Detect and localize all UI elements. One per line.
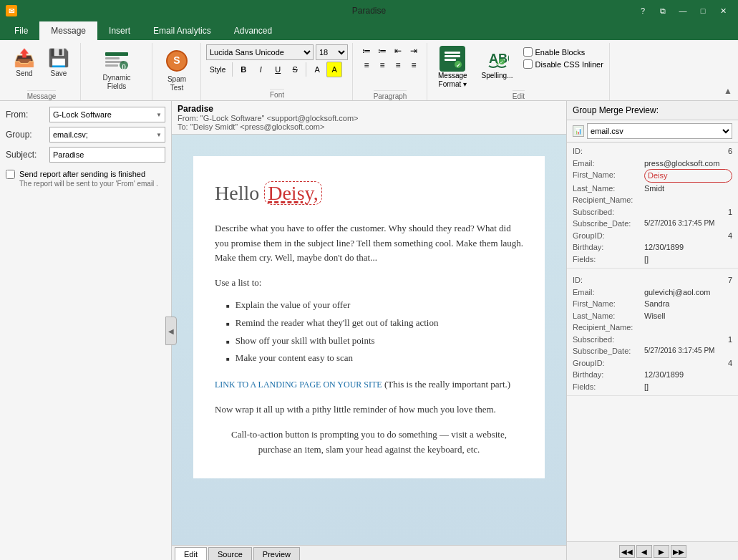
nav-first-button[interactable]: ◀◀ (619, 545, 635, 558)
nav-last-button[interactable]: ▶▶ (671, 545, 686, 558)
tab-insert[interactable]: Insert (97, 21, 142, 40)
svg-rect-3 (105, 64, 118, 67)
app-title: Paradise (352, 6, 386, 16)
font-size-select[interactable]: 18 (316, 44, 348, 60)
help-button[interactable]: ? (633, 4, 652, 18)
minimize-button[interactable]: — (674, 4, 692, 18)
indent-decrease-button[interactable]: ⇤ (391, 44, 405, 57)
highlight-button[interactable]: A (326, 62, 342, 77)
ribbon-collapse-button[interactable]: ▲ (721, 85, 735, 97)
ribbon-group-message: 📤 Send 💾 Save Message (3, 43, 81, 100)
field-key-recipname-1: Recipient_Name: (573, 194, 644, 206)
collapse-panel-button[interactable]: ◀ (165, 317, 177, 345)
send-button[interactable]: 📤 Send (9, 44, 40, 81)
maximize-button[interactable]: □ (694, 4, 712, 18)
field-key-groupid-2: GroupID: (573, 357, 644, 370)
send-report-sub: The report will be sent to your 'From' e… (19, 180, 158, 188)
field-key-email-2: Email: (573, 286, 644, 299)
right-panel-header: Group Merge Preview: (567, 101, 738, 120)
spam-test-button[interactable]: S Spam Test (159, 44, 195, 96)
list-unordered-button[interactable]: ≔ (359, 44, 374, 57)
send-label: Send (16, 69, 32, 77)
csv-select[interactable]: email.csv (587, 123, 732, 139)
svg-text:✓: ✓ (456, 62, 461, 69)
app-icon: ✉ (6, 5, 17, 16)
title-bar-controls: ? ⧉ — □ ✕ (633, 4, 732, 18)
field-val-groupid-2: 4 (644, 357, 732, 370)
enable-blocks-check-row[interactable]: Enable Blocks (523, 47, 603, 57)
align-center-button[interactable]: ≡ (375, 59, 389, 72)
close-button[interactable]: ✕ (714, 4, 732, 18)
save-icon: 💾 (48, 48, 69, 68)
email-bullet-list: Explain the value of your offer Remind t… (215, 296, 523, 367)
tab-edit[interactable]: Edit (175, 547, 207, 560)
field-key-birthday-1: Birthday: (573, 241, 644, 254)
style-button[interactable]: Style (206, 62, 229, 77)
svg-text:S: S (173, 54, 180, 66)
spelling-button[interactable]: ABC ✓ Spelling... (477, 44, 518, 81)
tab-advanced[interactable]: Advanced (223, 21, 283, 40)
csv-selector: 📊 email.csv (567, 120, 738, 143)
list-ordered-button[interactable]: ≔ (375, 44, 389, 57)
email-greeting: Hello Deisy, (215, 178, 523, 210)
save-button[interactable]: 💾 Save (43, 44, 74, 81)
indent-increase-button[interactable]: ⇥ (407, 44, 421, 57)
title-bar-center: Paradise (0, 0, 738, 21)
field-lastname-2: Last_Name: Wisell (573, 310, 732, 322)
email-wrap: Now wrap it all up with a pithy little r… (215, 402, 523, 417)
italic-button[interactable]: I (253, 62, 268, 77)
font-color-button[interactable]: A (309, 62, 325, 77)
send-report-text: Send report after sending is finished Th… (19, 170, 158, 188)
field-key-firstname-1: First_Name: (573, 169, 644, 183)
editor-inner[interactable]: Hello Deisy, Describe what you have to o… (172, 135, 566, 545)
dynamic-fields-label: Dynamic Fields (95, 74, 138, 91)
send-report-checkbox[interactable] (6, 170, 15, 179)
nav-next-button[interactable]: ▶ (654, 545, 669, 558)
disable-css-inliner-check-row[interactable]: Disable CSS Inliner (523, 59, 603, 69)
subject-input[interactable] (49, 147, 165, 163)
sep2 (306, 62, 306, 77)
spelling-label: Spelling... (482, 72, 513, 79)
field-groupid-2: GroupID: 4 (573, 357, 732, 370)
field-key-groupid-1: GroupID: (573, 230, 644, 242)
from-dropdown[interactable]: G-Lock Software (49, 107, 165, 122)
align-left-button[interactable]: ≡ (359, 59, 374, 72)
email-link-text[interactable]: LINK TO A LANDING PAGE ON YOUR SITE (215, 380, 382, 390)
bold-button[interactable]: B (236, 62, 251, 77)
email-paragraph1: Describe what you have to offer the cust… (215, 221, 523, 266)
left-panel: From: G-Lock Software Group: email.csv; … (0, 101, 172, 560)
send-report-label: Send report after sending is finished (19, 170, 158, 178)
field-birthday-2: Birthday: 12/30/1899 (573, 369, 732, 381)
tab-preview[interactable]: Preview (253, 547, 300, 560)
strikethrough-button[interactable]: S (287, 62, 303, 77)
message-format-button[interactable]: ✓ MessageFormat ▾ (434, 44, 472, 90)
tab-email-analytics[interactable]: Email Analytics (142, 21, 223, 40)
field-key-recipname-2: Recipient_Name: (573, 322, 644, 334)
email-link-note: (This is the really important part.) (382, 379, 510, 390)
enable-blocks-checkbox[interactable] (523, 47, 533, 57)
from-value: G-Lock Software (53, 110, 112, 119)
tab-message[interactable]: Message (39, 21, 97, 40)
restore-button[interactable]: ⧉ (654, 4, 672, 18)
message-group-label: Message (27, 90, 57, 100)
merge-record-1: ID: 6 Email: press@glocksoft.com First_N… (567, 143, 738, 269)
bullet-item-1: Explain the value of your offer (226, 296, 523, 314)
ribbon-group-edit: ✓ MessageFormat ▾ ABC ✓ (428, 43, 610, 100)
align-right-button[interactable]: ≡ (391, 59, 405, 72)
disable-css-inliner-checkbox[interactable] (523, 59, 533, 69)
field-val-id-2: 7 (644, 274, 732, 286)
align-justify-button[interactable]: ≡ (407, 59, 421, 72)
font-family-select[interactable]: Lucida Sans Unicode (206, 44, 314, 60)
tab-source[interactable]: Source (208, 547, 252, 560)
field-val-firstname-2: Sandra (644, 298, 732, 310)
font-group-label: Font (270, 89, 284, 99)
ribbon-group-paragraph: ≔ ≔ ⇤ ⇥ ≡ ≡ ≡ ≡ Paragraph (354, 43, 427, 100)
tab-file[interactable]: File (3, 21, 39, 40)
field-val-recipname-2 (644, 322, 732, 334)
group-dropdown[interactable]: email.csv; (49, 127, 165, 143)
svg-rect-0 (105, 52, 128, 56)
underline-button[interactable]: U (270, 62, 286, 77)
dynamic-fields-button[interactable]: {} Dynamic Fields (87, 44, 146, 93)
svg-rect-10 (445, 55, 460, 57)
nav-prev-button[interactable]: ◀ (636, 545, 652, 558)
